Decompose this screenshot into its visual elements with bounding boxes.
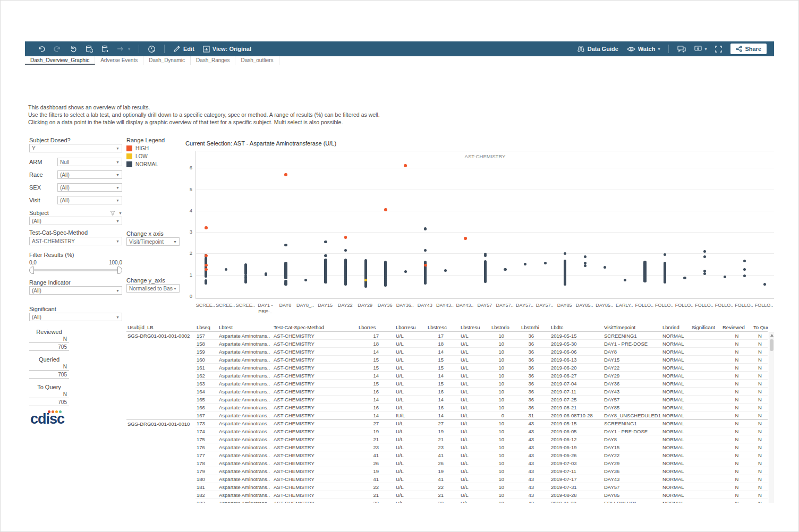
data-point[interactable]	[205, 268, 208, 271]
data-point[interactable]	[564, 260, 566, 262]
column-header-to-query[interactable]: To Query	[752, 323, 768, 332]
tab-adverse-events[interactable]: Adverse Events	[95, 56, 143, 65]
data-point[interactable]	[284, 173, 287, 176]
data-point[interactable]	[763, 283, 766, 286]
column-header-lbstnrlo[interactable]: Lbstnrlo	[490, 323, 520, 332]
arm-select[interactable]: Null▼	[57, 158, 122, 166]
comments-icon[interactable]	[677, 46, 686, 53]
column-header-lbseq[interactable]: Lbseq	[196, 323, 218, 332]
table-row[interactable]: 177Aspartate Aminotrans..AST-CHEMISTRY41…	[126, 451, 769, 459]
table-row[interactable]: 182Aspartate Aminotrans..AST-CHEMISTRY21…	[126, 491, 769, 499]
column-header-lborresu[interactable]: Lborresu	[395, 323, 427, 332]
data-point[interactable]	[544, 262, 547, 264]
data-point[interactable]	[743, 274, 746, 277]
subject-dosed-select[interactable]: Y▼	[29, 144, 122, 152]
scroll-up-arrow-icon[interactable]	[770, 334, 774, 337]
data-point[interactable]	[344, 249, 347, 252]
table-row[interactable]: 178Aspartate Aminotrans..AST-CHEMISTRY26…	[126, 459, 769, 467]
tab-dash-outliers[interactable]: Dash_outliers	[235, 56, 279, 65]
column-header-lbdtc[interactable]: Lbdtc	[550, 323, 603, 332]
fullscreen-icon[interactable]	[715, 46, 722, 53]
column-header-lbstnrhi[interactable]: Lbstnrhi	[520, 323, 550, 332]
change-x-axis-select[interactable]: Visit/Timepoint▼	[126, 237, 180, 246]
data-point[interactable]	[324, 254, 327, 257]
tab-dash-ranges[interactable]: Dash_Ranges	[191, 56, 235, 65]
column-header-reviewed[interactable]: Reviewed	[721, 323, 752, 332]
race-select[interactable]: (All)▼	[57, 170, 122, 179]
data-point[interactable]	[284, 244, 287, 246]
legend-item-normal[interactable]: NORMAL	[126, 161, 158, 167]
table-row[interactable]: SGS-DRG01-001-001-0010173Aspartate Amino…	[126, 419, 769, 427]
visit-select[interactable]: (All)▼	[57, 196, 122, 204]
data-point[interactable]	[424, 227, 427, 230]
data-point[interactable]	[205, 279, 207, 282]
data-point[interactable]	[205, 226, 208, 229]
data-point[interactable]	[364, 259, 367, 262]
table-row[interactable]: SGS-DRG01-001-001-0002157Aspartate Amino…	[126, 332, 769, 340]
share-button[interactable]: Share	[730, 44, 767, 54]
data-point[interactable]	[384, 261, 387, 263]
data-point[interactable]	[424, 264, 427, 267]
data-point[interactable]	[584, 264, 586, 267]
data-point[interactable]	[384, 208, 387, 211]
metrics-icon[interactable]	[148, 45, 156, 53]
table-row[interactable]: 179Aspartate Aminotrans..AST-CHEMISTRY19…	[126, 467, 769, 475]
table-row[interactable]: 166Aspartate Aminotrans..AST-CHEMISTRY16…	[126, 404, 769, 411]
undo-icon[interactable]	[38, 45, 45, 53]
table-row[interactable]: 167Aspartate Aminotrans..AST-CHEMISTRY14…	[126, 411, 769, 419]
table-row[interactable]: 159Aspartate Aminotrans..AST-CHEMISTRY14…	[126, 348, 769, 356]
flow-icon[interactable]: ▾	[117, 46, 130, 52]
table-row[interactable]: 163Aspartate Aminotrans..AST-CHEMISTRY15…	[126, 380, 769, 388]
data-point[interactable]	[484, 280, 487, 283]
funnel-icon[interactable]	[110, 211, 115, 216]
column-header-visittimepoint[interactable]: VisitTimepoint	[603, 323, 661, 332]
table-row[interactable]: 162Aspartate Aminotrans..AST-CHEMISTRY14…	[126, 372, 769, 380]
table-row[interactable]: 181Aspartate Aminotrans..AST-CHEMISTRY22…	[126, 483, 769, 491]
sex-select[interactable]: (All)▼	[57, 183, 122, 192]
data-point[interactable]	[743, 260, 746, 262]
data-point[interactable]	[664, 253, 666, 256]
data-point[interactable]	[284, 262, 287, 264]
column-header-usubjid-lb[interactable]: Usubjid_LB	[126, 323, 196, 332]
data-point[interactable]	[484, 260, 487, 263]
view-original-button[interactable]: View: Original	[203, 46, 251, 53]
table-vertical-scrollbar[interactable]	[769, 332, 774, 503]
data-point[interactable]	[464, 237, 467, 240]
slider-handle-max[interactable]	[117, 267, 122, 274]
redo-icon[interactable]	[54, 45, 61, 53]
data-point[interactable]	[703, 250, 706, 253]
table-row[interactable]: 161Aspartate Aminotrans..AST-CHEMISTRY15…	[126, 364, 769, 372]
data-point[interactable]	[404, 270, 407, 273]
significant-select[interactable]: (All)▼	[29, 313, 122, 321]
data-point[interactable]	[584, 255, 586, 258]
table-row[interactable]: 174Aspartate Aminotrans..AST-CHEMISTRY19…	[126, 427, 769, 435]
data-point[interactable]	[324, 259, 327, 261]
data-point[interactable]	[564, 252, 566, 255]
subject-select[interactable]: (All)▼	[29, 217, 122, 225]
table-row[interactable]: 180Aspartate Aminotrans..AST-CHEMISTRY41…	[126, 475, 769, 483]
range-indicator-select[interactable]: (All)▼	[29, 286, 122, 295]
data-point[interactable]	[444, 269, 447, 272]
table-row[interactable]: 160Aspartate Aminotrans..AST-CHEMISTRY15…	[126, 356, 769, 364]
download-icon[interactable]: ▾	[694, 46, 707, 53]
data-point[interactable]	[724, 276, 726, 278]
data-guide-button[interactable]: Data Guide	[577, 46, 618, 53]
data-point[interactable]	[404, 164, 407, 167]
subject-menu-caret-icon[interactable]: ▼	[118, 211, 122, 215]
column-header-lbstresu[interactable]: Lbstresu	[460, 323, 490, 332]
column-header-significant[interactable]: Significant	[691, 323, 721, 332]
data-point[interactable]	[344, 236, 347, 239]
data-point[interactable]	[225, 268, 227, 271]
data-point[interactable]	[424, 261, 427, 263]
slider-handle-min[interactable]	[29, 267, 34, 274]
edit-button[interactable]: Edit	[173, 45, 194, 53]
table-row[interactable]: 165Aspartate Aminotrans..AST-CHEMISTRY14…	[126, 396, 769, 404]
legend-item-low[interactable]: LOW	[126, 153, 158, 159]
replay-icon[interactable]	[70, 45, 77, 53]
test-cat-spec-method-select[interactable]: AST-CHEMISTRY▼	[29, 237, 122, 245]
scrollbar-thumb[interactable]	[770, 339, 774, 351]
tab-dash-overview-graphic[interactable]: Dash_Overview_Graphic	[25, 56, 95, 65]
watch-button[interactable]: Watch▾	[627, 46, 660, 52]
column-header-test-cat-spec-method[interactable]: Test-Cat-Spec-Method	[273, 323, 358, 332]
data-point[interactable]	[324, 241, 327, 243]
